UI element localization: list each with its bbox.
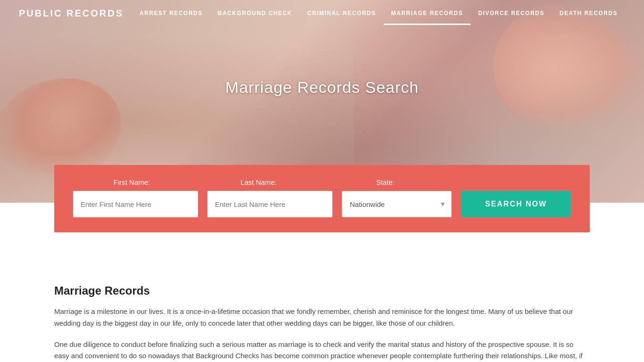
nav-item-death[interactable]: DEATH RECORDS	[552, 1, 625, 25]
first-name-label: First Name:	[73, 178, 190, 186]
last-name-input[interactable]	[207, 191, 332, 217]
search-labels-row: First Name: Last Name: State:	[73, 178, 571, 186]
site-logo[interactable]: PUBLIC RECORDS	[19, 8, 124, 19]
last-name-label: Last Name:	[200, 178, 317, 186]
content-paragraph-2: One due diligence to conduct before fina…	[54, 339, 590, 362]
nav-item-background[interactable]: BACKGROUND CHECK	[210, 1, 300, 25]
content-section: Marriage Records Marriage is a milestone…	[0, 261, 644, 362]
nav-item-arrest[interactable]: ARREST RECORDS	[132, 1, 210, 25]
nav-item-criminal[interactable]: CRIMINAL RECORDS	[300, 1, 384, 25]
search-inputs-row: Nationwide Alabama Alaska Arizona Arkans…	[73, 191, 571, 217]
state-label: State:	[327, 178, 444, 186]
first-name-input[interactable]	[73, 191, 198, 217]
search-button[interactable]: SEARCH NOW	[461, 191, 571, 217]
main-nav: ARREST RECORDS BACKGROUND CHECK CRIMINAL…	[132, 1, 625, 25]
state-select[interactable]: Nationwide Alabama Alaska Arizona Arkans…	[342, 191, 452, 217]
nav-item-marriage[interactable]: MARRIAGE RECORDS	[384, 1, 471, 25]
hero-title-wrap: Marriage Records Search	[225, 78, 419, 97]
nav-item-divorce[interactable]: DIVORCE RECORDS	[471, 1, 552, 25]
state-select-wrap: Nationwide Alabama Alaska Arizona Arkans…	[342, 191, 452, 217]
header: PUBLIC RECORDS ARREST RECORDS BACKGROUND…	[0, 0, 644, 26]
search-section: First Name: Last Name: State: Nationwide…	[54, 165, 590, 232]
content-paragraph-1: Marriage is a milestone in our lives. It…	[54, 306, 590, 329]
hero-title: Marriage Records Search	[225, 78, 419, 97]
content-heading: Marriage Records	[54, 284, 590, 297]
